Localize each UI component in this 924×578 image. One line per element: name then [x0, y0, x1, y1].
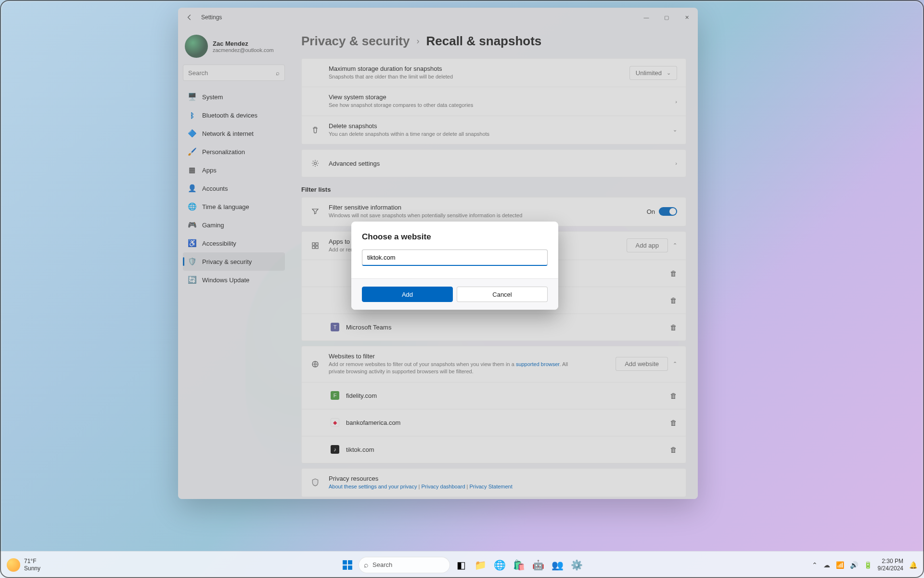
nav-windows-update[interactable]: 🔄Windows Update	[183, 271, 285, 289]
breadcrumb: Privacy & security › Recall & snapshots	[301, 27, 686, 58]
trash-icon[interactable]: 🗑	[670, 296, 677, 304]
filter-lists-heading: Filter lists	[301, 186, 686, 193]
add-website-button[interactable]: Add website	[616, 357, 668, 371]
tray-expand[interactable]: ⌃	[812, 561, 818, 569]
view-storage-row[interactable]: View system storage See how snapshot sto…	[302, 87, 686, 115]
system-icon: 🖥️	[188, 92, 196, 101]
weather-widget[interactable]: 71°F Sunny	[0, 558, 40, 572]
remove-site-button[interactable]: 🗑	[670, 392, 677, 400]
nav-time-language[interactable]: 🌐Time & language	[183, 197, 285, 216]
settings-icon[interactable]: ⚙️	[568, 557, 585, 573]
store-icon[interactable]: 🛍️	[511, 557, 527, 573]
teams-icon[interactable]: 👥	[549, 557, 565, 573]
weather-temp: 71°F	[24, 558, 40, 565]
bluetooth-icon: ᛒ	[188, 111, 196, 119]
task-view-button[interactable]: ◧	[453, 557, 469, 573]
personalization-icon: 🖌️	[188, 147, 196, 156]
clock[interactable]: 2:30 PM 9/24/2024	[878, 558, 903, 572]
profile-name: Zac Mendez	[213, 40, 274, 47]
search-box[interactable]: ⌕	[183, 65, 285, 81]
remove-site-button[interactable]: 🗑	[670, 419, 677, 427]
apps-grid-icon	[310, 241, 320, 250]
remove-app-button[interactable]: 🗑	[670, 323, 677, 331]
filter-sensitive-toggle[interactable]	[659, 207, 677, 216]
supported-browser-link[interactable]: supported browser	[516, 361, 560, 367]
site-item-fidelity: F fidelity.com 🗑	[302, 382, 686, 409]
shield-icon: 🛡️	[188, 257, 196, 266]
websites-filter-group: Websites to filter Add or remove website…	[301, 346, 686, 463]
dialog-title: Choose a website	[362, 232, 548, 242]
nav-privacy-security[interactable]: 🛡️Privacy & security	[183, 252, 285, 271]
chevron-right-icon: ›	[675, 99, 677, 105]
tray-battery-icon[interactable]: 🔋	[864, 561, 872, 569]
copilot-icon[interactable]: 🤖	[530, 557, 546, 573]
trash-icon[interactable]: 🗑	[670, 269, 677, 277]
taskbar: 71°F Sunny ⌕ Search ◧ 📁 🌐 🛍️ 🤖 👥 ⚙️ ⌃ ☁ …	[0, 551, 924, 578]
sidebar: Zac Mendez zacmendez@outlook.com ⌕ 🖥️Sys…	[178, 27, 290, 499]
add-app-button[interactable]: Add app	[627, 238, 668, 252]
chevron-up-icon: ⌃	[673, 361, 677, 367]
taskbar-search[interactable]: ⌕ Search	[359, 557, 450, 573]
privacy-statement-link[interactable]: Privacy Statement	[470, 484, 513, 489]
maximize-button[interactable]: ▢	[662, 14, 671, 21]
nav-list: 🖥️System ᛒBluetooth & devices 🔷Network &…	[183, 88, 285, 289]
apps-icon: ▦	[188, 166, 196, 174]
site-favicon: ◆	[331, 418, 339, 427]
explorer-icon[interactable]: 📁	[472, 557, 488, 573]
nav-accounts[interactable]: 👤Accounts	[183, 179, 285, 197]
teams-icon: T	[331, 323, 339, 331]
search-icon: ⌕	[364, 561, 369, 569]
time-icon: 🌐	[188, 202, 196, 211]
advanced-group: Advanced settings ›	[301, 149, 686, 177]
add-button[interactable]: Add	[362, 287, 453, 302]
privacy-links: About these settings and your privacy | …	[329, 483, 579, 490]
nav-network[interactable]: 🔷Network & internet	[183, 124, 285, 143]
nav-gaming[interactable]: 🎮Gaming	[183, 216, 285, 234]
edge-icon[interactable]: 🌐	[491, 557, 508, 573]
privacy-resources-row: Privacy resources About these settings a…	[302, 469, 686, 497]
tray-volume-icon[interactable]: 🔊	[850, 561, 858, 569]
advanced-settings-row[interactable]: Advanced settings ›	[302, 150, 686, 177]
privacy-dashboard-link[interactable]: Privacy dashboard	[421, 484, 465, 489]
nav-accessibility[interactable]: ♿Accessibility	[183, 234, 285, 252]
nav-apps[interactable]: ▦Apps	[183, 161, 285, 179]
websites-filter-description: Add or remove websites to filter out of …	[329, 361, 579, 376]
weather-icon	[7, 558, 20, 572]
about-settings-link[interactable]: About these settings and your privacy	[329, 484, 417, 489]
max-storage-dropdown[interactable]: Unlimited ⌄	[629, 66, 677, 80]
start-button[interactable]	[339, 557, 356, 573]
minimize-button[interactable]: —	[642, 14, 651, 21]
network-icon: 🔷	[188, 129, 196, 138]
remove-site-button[interactable]: 🗑	[670, 446, 677, 454]
app-item-teams: T Microsoft Teams 🗑	[302, 314, 686, 341]
svg-rect-1	[312, 243, 315, 245]
notifications-icon[interactable]: 🔔	[909, 561, 917, 569]
chevron-right-icon: ›	[416, 36, 419, 46]
profile-block[interactable]: Zac Mendez zacmendez@outlook.com	[183, 31, 285, 65]
cancel-button[interactable]: Cancel	[457, 287, 548, 302]
svg-rect-9	[348, 565, 352, 570]
max-storage-row[interactable]: Maximum storage duration for snapshots S…	[302, 59, 686, 87]
filter-icon	[310, 207, 320, 216]
avatar	[185, 35, 208, 58]
delete-snapshots-row[interactable]: Delete snapshots You can delete snapshot…	[302, 116, 686, 144]
search-input[interactable]	[188, 69, 276, 77]
chevron-up-icon: ⌃	[673, 242, 677, 249]
websites-filter-header[interactable]: Websites to filter Add or remove website…	[302, 346, 686, 382]
tray-onedrive-icon[interactable]: ☁	[823, 561, 830, 569]
nav-bluetooth[interactable]: ᛒBluetooth & devices	[183, 106, 285, 124]
breadcrumb-parent[interactable]: Privacy & security	[301, 34, 410, 49]
close-button[interactable]: ✕	[682, 14, 691, 21]
svg-rect-6	[343, 560, 347, 565]
back-button[interactable]	[185, 13, 194, 22]
tray-wifi-icon[interactable]: 📶	[836, 561, 844, 569]
nav-personalization[interactable]: 🖌️Personalization	[183, 143, 285, 161]
search-icon: ⌕	[276, 69, 280, 77]
nav-system[interactable]: 🖥️System	[183, 88, 285, 106]
gaming-icon: 🎮	[188, 221, 196, 229]
chevron-right-icon: ›	[675, 160, 677, 166]
site-favicon: F	[331, 391, 339, 400]
website-input[interactable]	[362, 250, 548, 266]
choose-website-dialog: Choose a website Add Cancel	[351, 222, 558, 310]
chevron-down-icon: ⌄	[673, 127, 677, 133]
